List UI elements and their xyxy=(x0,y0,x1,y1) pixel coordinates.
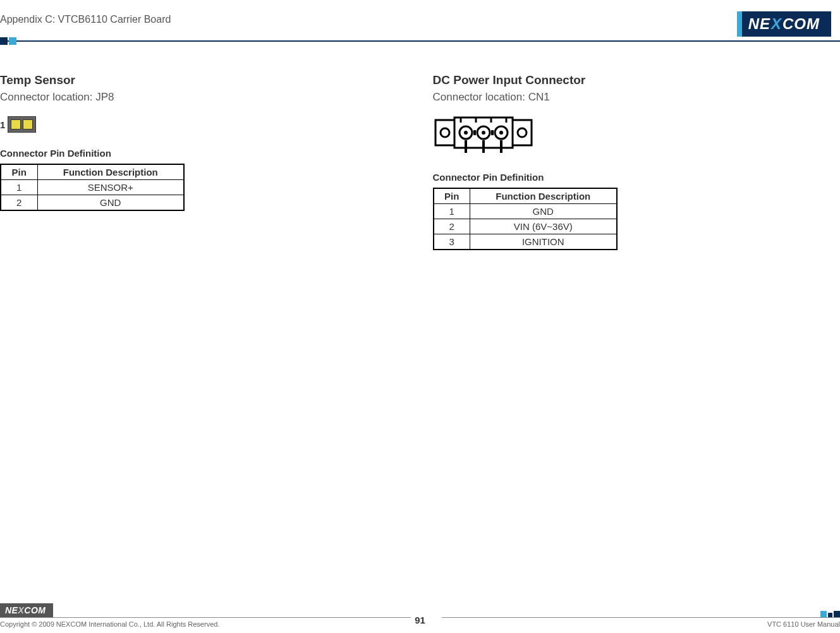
svg-point-9 xyxy=(499,131,503,135)
footer-squares-icon xyxy=(820,611,840,617)
brand-post: COM xyxy=(782,15,820,33)
brand-post: COM xyxy=(24,605,46,615)
table-caption: Connector Pin Definition xyxy=(0,148,408,159)
page-footer: NEXCOM Copyright © 2009 NEXCOM Internati… xyxy=(0,603,840,628)
cell-pin: 1 xyxy=(434,204,470,219)
brand-pre: NE xyxy=(5,605,18,615)
table-header-row: Pin Function Description xyxy=(1,164,184,180)
cell-func: VIN (6V~36V) xyxy=(470,219,617,234)
section-title: DC Power Input Connector xyxy=(433,73,828,87)
section-title: Temp Sensor xyxy=(0,73,408,87)
brand-x-icon: X xyxy=(18,605,24,615)
cell-pin: 3 xyxy=(434,234,470,250)
copyright-text: Copyright © 2009 NEXCOM International Co… xyxy=(0,620,411,628)
table-header-row: Pin Function Description xyxy=(434,188,617,204)
svg-point-7 xyxy=(464,131,468,135)
header-rule xyxy=(0,40,840,42)
table-caption: Connector Pin Definition xyxy=(433,172,828,183)
jp8-connector-diagram: 1 xyxy=(0,116,408,133)
table-row: 1 GND xyxy=(434,204,617,219)
footer-left: NEXCOM Copyright © 2009 NEXCOM Internati… xyxy=(0,603,411,628)
footer-right: VTC 6110 User Manual xyxy=(442,611,840,628)
square-icon xyxy=(0,37,8,45)
pin1-label: 1 xyxy=(0,119,5,130)
page-number: 91 xyxy=(415,615,425,625)
section-subtitle: Connector location: JP8 xyxy=(0,91,408,104)
svg-rect-11 xyxy=(491,130,494,135)
brand-pre: NE xyxy=(748,15,770,33)
pin-pad-icon xyxy=(11,119,21,130)
right-column: DC Power Input Connector Connector locat… xyxy=(420,73,841,250)
col-func: Function Description xyxy=(37,164,184,180)
table-row: 2 VIN (6V~36V) xyxy=(434,219,617,234)
table-row: 2 GND xyxy=(1,195,184,211)
cell-func: GND xyxy=(470,204,617,219)
left-column: Temp Sensor Connector location: JP8 1 Co… xyxy=(0,73,420,250)
cn1-connector-diagram xyxy=(433,116,828,158)
cell-func: GND xyxy=(37,195,184,211)
footer-rule-right xyxy=(442,617,840,618)
pin-pad-icon xyxy=(23,119,33,130)
page-header: Appendix C: VTCB6110 Carrier Board NEXCO… xyxy=(0,0,840,37)
svg-point-8 xyxy=(482,131,485,135)
cn1-pin-table: Pin Function Description 1 GND 2 VIN (6V… xyxy=(433,188,618,250)
col-pin: Pin xyxy=(1,164,37,180)
header-squares-icon xyxy=(0,37,16,45)
square-icon xyxy=(9,37,16,45)
manual-name: VTC 6110 User Manual xyxy=(767,620,840,628)
jp8-body-icon xyxy=(8,116,36,133)
square-icon xyxy=(834,611,840,617)
section-subtitle: Connector location: CN1 xyxy=(433,91,828,104)
square-icon xyxy=(820,611,827,617)
cell-func: IGNITION xyxy=(470,234,617,250)
col-func: Function Description xyxy=(470,188,617,204)
main-content: Temp Sensor Connector location: JP8 1 Co… xyxy=(0,42,840,250)
brand-logo-footer: NEXCOM xyxy=(0,603,53,617)
cell-func: SENSOR+ xyxy=(37,180,184,195)
cell-pin: 2 xyxy=(434,219,470,234)
cell-pin: 1 xyxy=(1,180,37,195)
cell-pin: 2 xyxy=(1,195,37,211)
table-row: 3 IGNITION xyxy=(434,234,617,250)
col-pin: Pin xyxy=(434,188,470,204)
svg-rect-10 xyxy=(473,130,476,135)
appendix-title: Appendix C: VTCB6110 Carrier Board xyxy=(0,11,171,25)
table-row: 1 SENSOR+ xyxy=(1,180,184,195)
brand-logo-top: NEXCOM xyxy=(737,11,831,37)
square-icon xyxy=(828,613,832,617)
header-rule-wrap xyxy=(0,40,840,42)
footer-rule-left xyxy=(0,617,411,618)
brand-x-icon: X xyxy=(770,15,782,33)
dc-connector-icon xyxy=(433,116,534,155)
jp8-pin-table: Pin Function Description 1 SENSOR+ 2 GND xyxy=(0,164,185,211)
